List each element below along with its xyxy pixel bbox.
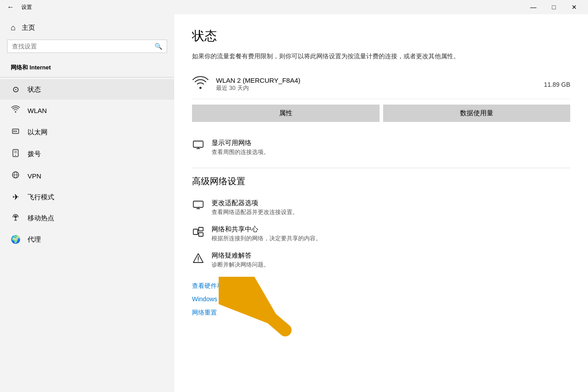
show-networks-title: 显示可用网络	[212, 139, 269, 147]
ethernet-label: 以太网	[28, 128, 48, 137]
troubleshoot-title: 网络疑难解答	[212, 251, 269, 260]
sharing-title: 网络和共享中心	[212, 225, 321, 234]
dialup-label: 拨号	[28, 150, 41, 158]
svg-point-5	[15, 155, 16, 156]
app-body: ⌂ 主页 🔍 网络和 Internet ⊙ 状态 WLAN	[0, 14, 588, 392]
show-networks-subtitle: 查看周围的连接选项。	[212, 148, 269, 156]
sidebar-item-dialup[interactable]: 拨号	[0, 143, 174, 165]
network-info: WLAN 2 (MERCURY_F8A4) 最近 30 天内	[216, 77, 300, 92]
svg-rect-22	[193, 229, 198, 234]
action-buttons: 属性 数据使用量	[192, 105, 570, 122]
main-content: 状态 如果你的流量套餐有费用限制，则你可以将此网络设置为按流量计费的连接，或者更…	[174, 14, 588, 392]
network-name: WLAN 2 (MERCURY_F8A4)	[216, 77, 300, 84]
svg-point-11	[15, 216, 16, 218]
status-icon: ⊙	[11, 85, 20, 94]
sharing-info: 网络和共享中心 根据所连接到的网络，决定要共享的内容。	[212, 225, 321, 242]
title-bar: ← 设置 — □ ✕	[0, 0, 588, 14]
window-title: 设置	[21, 4, 32, 11]
adapter-title: 更改适配器选项	[212, 199, 298, 207]
monitor-icon	[192, 140, 204, 154]
wifi-icon-large	[192, 74, 209, 94]
home-label: 主页	[22, 24, 35, 32]
properties-button[interactable]: 属性	[192, 105, 380, 122]
svg-point-29	[198, 261, 199, 262]
sidebar-item-vpn[interactable]: VPN	[0, 165, 174, 187]
data-usage-button[interactable]: 数据使用量	[383, 105, 571, 122]
title-bar-left: ← 设置	[4, 3, 523, 11]
troubleshoot-info: 网络疑难解答 诊断并解决网络问题。	[212, 251, 269, 269]
search-input[interactable]	[12, 43, 151, 50]
airplane-label: 飞行模式	[28, 193, 54, 202]
hotspot-label: 移动热点	[28, 214, 54, 222]
adapter-subtitle: 查看网络适配器并更改连接设置。	[212, 208, 298, 216]
maximize-button[interactable]: □	[544, 0, 564, 14]
sharing-icon	[192, 226, 204, 240]
svg-rect-24	[199, 233, 203, 236]
back-icon[interactable]: ←	[4, 3, 18, 11]
vpn-label: VPN	[28, 172, 41, 180]
title-bar-controls: — □ ✕	[523, 0, 584, 14]
show-networks-info: 显示可用网络 查看周围的连接选项。	[212, 139, 269, 156]
network-usage: 11.89 GB	[544, 81, 570, 88]
hotspot-icon	[11, 213, 20, 224]
sidebar-item-status[interactable]: ⊙ 状态	[0, 79, 174, 100]
section-divider	[192, 168, 570, 168]
advanced-section-title: 高级网络设置	[192, 175, 570, 187]
vpn-icon	[11, 170, 20, 182]
proxy-label: 代理	[28, 235, 41, 244]
network-subtitle: 最近 30 天内	[216, 84, 300, 92]
reset-link[interactable]: 网络重置	[192, 309, 570, 317]
svg-rect-19	[193, 201, 203, 207]
page-title: 状态	[192, 28, 570, 44]
svg-rect-16	[193, 141, 203, 147]
show-networks-item[interactable]: 显示可用网络 查看周围的连接选项。	[192, 134, 570, 161]
adapter-options-item[interactable]: 更改适配器选项 查看网络适配器并更改连接设置。	[192, 194, 570, 221]
nav-separator	[0, 77, 174, 77]
search-icon[interactable]: 🔍	[155, 43, 162, 50]
links-section: 查看硬件和连接属性 Windows 防火墙 网络重置	[192, 282, 570, 317]
network-left: WLAN 2 (MERCURY_F8A4) 最近 30 天内	[192, 74, 300, 94]
sharing-subtitle: 根据所连接到的网络，决定要共享的内容。	[212, 234, 321, 242]
troubleshoot-item[interactable]: 网络疑难解答 诊断并解决网络问题。	[192, 247, 570, 273]
sidebar-item-ethernet[interactable]: 以太网	[0, 121, 174, 143]
close-button[interactable]: ✕	[564, 0, 584, 14]
adapter-icon	[192, 200, 204, 214]
hardware-link[interactable]: 查看硬件和连接属性	[192, 282, 570, 290]
dialup-icon	[11, 149, 20, 160]
minimize-button[interactable]: —	[523, 0, 544, 14]
svg-rect-0	[12, 129, 19, 133]
sidebar-section-label: 网络和 Internet	[0, 60, 174, 75]
content-description: 如果你的流量套餐有费用限制，则你可以将此网络设置为按流量计费的连接，或者更改其他…	[192, 52, 570, 61]
proxy-icon: 🌍	[11, 234, 20, 244]
svg-rect-23	[199, 227, 203, 231]
ethernet-icon	[11, 127, 20, 138]
home-icon: ⌂	[11, 23, 16, 32]
sidebar-item-proxy[interactable]: 🌍 代理	[0, 229, 174, 250]
search-box: 🔍	[7, 40, 167, 53]
troubleshoot-subtitle: 诊断并解决网络问题。	[212, 261, 269, 269]
sidebar-item-hotspot[interactable]: 移动热点	[0, 207, 174, 229]
network-item: WLAN 2 (MERCURY_F8A4) 最近 30 天内 11.89 GB	[192, 70, 570, 99]
wlan-label: WLAN	[28, 107, 47, 114]
sidebar-item-wlan[interactable]: WLAN	[0, 100, 174, 121]
adapter-info: 更改适配器选项 查看网络适配器并更改连接设置。	[212, 199, 298, 216]
warning-icon	[192, 252, 204, 267]
sidebar-home-button[interactable]: ⌂ 主页	[0, 14, 174, 40]
wlan-icon	[11, 105, 20, 116]
sharing-center-item[interactable]: 网络和共享中心 根据所连接到的网络，决定要共享的内容。	[192, 221, 570, 247]
sidebar-item-airplane[interactable]: ✈ 飞行模式	[0, 187, 174, 207]
status-label: 状态	[28, 85, 41, 94]
firewall-link[interactable]: Windows 防火墙	[192, 295, 570, 303]
sidebar: ⌂ 主页 🔍 网络和 Internet ⊙ 状态 WLAN	[0, 14, 174, 392]
airplane-icon: ✈	[11, 192, 20, 202]
